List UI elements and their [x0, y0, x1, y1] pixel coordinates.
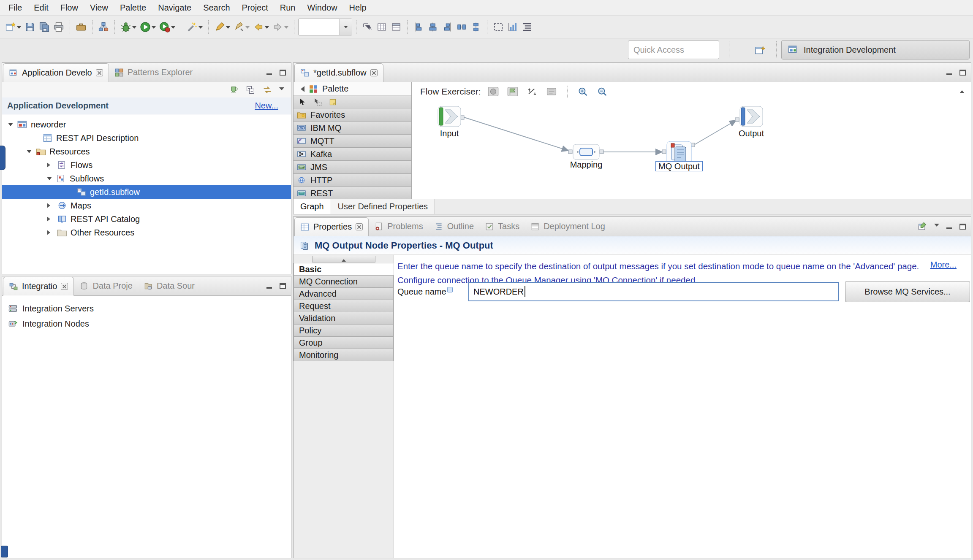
minimize-icon[interactable] — [946, 224, 953, 230]
launch-config-combo[interactable] — [298, 19, 352, 35]
deploy-wand-button[interactable] — [185, 19, 204, 35]
minimize-icon[interactable] — [266, 70, 273, 76]
save-all-button[interactable] — [37, 19, 52, 35]
new-link[interactable]: New... — [255, 101, 278, 111]
view-menu-caret[interactable] — [934, 224, 939, 229]
menu-view[interactable]: View — [84, 1, 114, 14]
menu-file[interactable]: File — [3, 1, 28, 14]
table-button[interactable] — [389, 19, 403, 35]
menu-palette[interactable]: Palette — [114, 1, 152, 14]
open-perspective-button[interactable] — [751, 41, 769, 59]
expander-icon[interactable] — [27, 150, 32, 156]
new-wizard-button[interactable] — [3, 19, 23, 35]
side-tab-mq-connection[interactable]: MQ Connection — [294, 275, 394, 288]
tree-item-subflows[interactable]: Subflows — [2, 172, 291, 185]
flow-canvas[interactable]: Flow Exerciser: — [412, 82, 971, 199]
back-caret[interactable] — [265, 26, 269, 31]
open-new-view-icon[interactable] — [917, 222, 927, 232]
palette-category-ibm-mq[interactable]: IBM MQ — [294, 122, 411, 135]
tab-tasks[interactable]: Tasks — [479, 217, 525, 236]
close-tab-icon[interactable] — [96, 69, 103, 76]
tree-item-resources[interactable]: Resources — [2, 145, 291, 158]
link-with-editor-button[interactable] — [360, 19, 375, 35]
minimize-icon[interactable] — [946, 70, 953, 76]
palette-category-kafka[interactable]: Kafka — [294, 148, 411, 161]
forward-button[interactable] — [271, 19, 290, 35]
menu-project[interactable]: Project — [236, 1, 274, 14]
collapse-side-tabs-button[interactable] — [312, 256, 375, 262]
tab-application-development[interactable]: Application Develo — [3, 63, 109, 82]
tab-getid-subflow-editor[interactable]: *getId.subflow — [294, 63, 383, 82]
expander-icon[interactable] — [47, 162, 53, 168]
expander-icon[interactable] — [47, 203, 53, 208]
side-tab-policy[interactable]: Policy — [294, 324, 394, 337]
maximize-icon[interactable] — [959, 224, 966, 230]
side-tab-validation[interactable]: Validation — [294, 312, 394, 325]
close-tab-icon[interactable] — [370, 69, 378, 76]
collapse-palette-icon[interactable] — [298, 86, 304, 92]
node-input[interactable] — [438, 106, 461, 127]
tree-item-maps[interactable]: Maps — [2, 199, 291, 212]
minimized-view-handle[interactable] — [0, 146, 5, 170]
tab-outline[interactable]: Outline — [429, 217, 479, 236]
new-application-button[interactable] — [74, 19, 88, 35]
tree-item-neworder[interactable]: neworder — [2, 118, 291, 131]
integration-servers-item[interactable]: Integration Servers — [2, 301, 291, 316]
selection-tool-icon[interactable] — [298, 97, 307, 107]
menu-window[interactable]: Window — [301, 1, 343, 14]
quick-access-input[interactable] — [628, 41, 719, 59]
run-history-caret[interactable] — [171, 26, 175, 31]
tab-graph[interactable]: Graph — [294, 199, 331, 214]
menu-navigate[interactable]: Navigate — [152, 1, 197, 14]
note-tool-icon[interactable] — [328, 97, 337, 107]
tab-data-source-explorer[interactable]: Data Sour — [138, 276, 200, 295]
menu-help[interactable]: Help — [343, 1, 372, 14]
palette-category-rest[interactable]: REST — [294, 187, 411, 200]
align-right-button[interactable] — [440, 19, 454, 35]
previous-edit-caret[interactable] — [245, 26, 250, 31]
tab-integration-explorer[interactable]: Integratio — [3, 277, 74, 296]
tree-item-getid-subflow[interactable]: getId.subflow — [2, 185, 291, 199]
forward-caret[interactable] — [284, 26, 288, 31]
perspective-toggle-integration-development[interactable]: Integration Development — [781, 40, 970, 60]
side-tab-request[interactable]: Request — [294, 300, 394, 312]
new-flow-button[interactable] — [96, 19, 111, 35]
palette-category-jms[interactable]: JMS — [294, 161, 411, 174]
side-tab-group[interactable]: Group — [294, 336, 394, 349]
debug-button[interactable] — [119, 19, 138, 35]
side-tab-monitoring[interactable]: Monitoring — [294, 349, 394, 361]
maximize-icon[interactable] — [280, 283, 286, 289]
queue-name-input[interactable]: NEWORDER — [468, 282, 839, 301]
distribute-vertical-button[interactable] — [469, 19, 483, 35]
expander-icon[interactable] — [47, 230, 53, 235]
node-mapping[interactable] — [573, 144, 600, 160]
run-button[interactable] — [138, 19, 158, 35]
marquee-tool-icon[interactable] — [313, 97, 322, 107]
close-tab-icon[interactable] — [356, 223, 363, 230]
tree-item-other-resources[interactable]: Other Resources — [2, 226, 291, 239]
view-menu-caret[interactable] — [279, 87, 284, 93]
maximize-icon[interactable] — [280, 70, 286, 76]
distribute-horizontal-button[interactable] — [454, 19, 469, 35]
menu-run[interactable]: Run — [274, 1, 302, 14]
tab-data-project-explorer[interactable]: Data Proje — [74, 276, 138, 295]
close-tab-icon[interactable] — [61, 283, 68, 290]
more-link[interactable]: More... — [930, 260, 957, 270]
browse-mq-services-button[interactable]: Browse MQ Services... — [845, 281, 970, 302]
working-sets-icon[interactable] — [228, 85, 239, 95]
align-left-button[interactable] — [411, 19, 426, 35]
align-center-button[interactable] — [426, 19, 440, 35]
debug-caret[interactable] — [132, 26, 136, 31]
launch-config-caret[interactable] — [339, 19, 352, 35]
menu-edit[interactable]: Edit — [28, 1, 54, 14]
tree-item-rest-api-description[interactable]: REST API Description — [2, 131, 291, 145]
palette-category-mqtt[interactable]: MQTT — [294, 135, 411, 148]
print-button[interactable] — [52, 19, 66, 35]
tab-user-defined-properties[interactable]: User Defined Properties — [331, 199, 435, 214]
tree-item-flows[interactable]: Flows — [2, 158, 291, 172]
run-history-button[interactable] — [158, 19, 177, 35]
maximize-icon[interactable] — [959, 70, 966, 76]
menu-flow[interactable]: Flow — [54, 1, 84, 14]
previous-edit-button[interactable] — [232, 19, 251, 35]
expander-icon[interactable] — [47, 177, 52, 183]
